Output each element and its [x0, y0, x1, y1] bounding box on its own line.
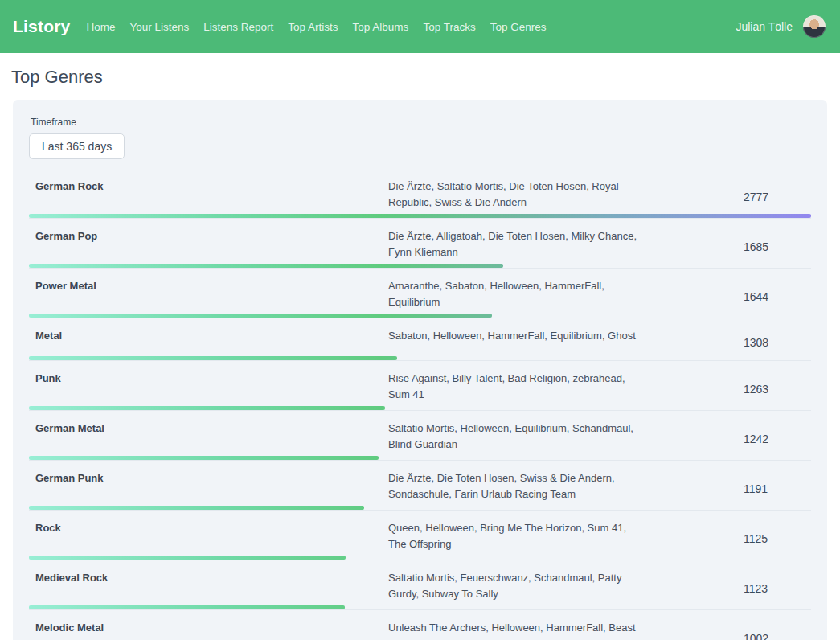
nav-item-top-albums[interactable]: Top Albums [353, 21, 409, 33]
genre-artists: Queen, Helloween, Bring Me The Horizon, … [388, 520, 637, 560]
genre-progress-fill [29, 456, 379, 460]
app-logo[interactable]: Listory [13, 17, 70, 36]
user-avatar[interactable] [803, 15, 826, 38]
genre-artists: Die Ärzte, Die Toten Hosen, Swiss & Die … [388, 470, 637, 510]
genre-row: German Metal Saltatio Mortis, Helloween,… [29, 411, 811, 461]
nav-item-listens-report[interactable]: Listens Report [203, 21, 273, 33]
genre-artists: Amaranthe, Sabaton, Helloween, HammerFal… [388, 278, 637, 318]
genre-row: German Pop Die Ärzte, Alligatoah, Die To… [29, 219, 811, 269]
genre-name: Medieval Rock [29, 570, 388, 609]
user-name: Julian Tölle [736, 20, 793, 33]
nav-item-your-listens[interactable]: Your Listens [129, 21, 189, 33]
genre-artists: Saltatio Mortis, Helloween, Equilibrium,… [388, 421, 637, 460]
genre-progress-fill [29, 214, 811, 218]
genre-progress-bar [29, 456, 379, 460]
genre-artists: Sabaton, Helloween, HammerFall, Equilibr… [388, 328, 637, 360]
genre-progress-fill [29, 406, 385, 410]
nav-item-home[interactable]: Home [86, 21, 115, 33]
genre-name: Metal [29, 328, 388, 360]
genres-table: German Rock Die Ärzte, Saltatio Mortis, … [29, 169, 811, 640]
genre-progress-bar [29, 314, 492, 318]
nav-item-top-tracks[interactable]: Top Tracks [423, 21, 475, 33]
nav-items: HomeYour ListensListens ReportTop Artist… [86, 21, 546, 33]
genre-progress-fill [29, 264, 503, 268]
nav-item-top-genres[interactable]: Top Genres [490, 21, 547, 33]
genre-row: German Rock Die Ärzte, Saltatio Mortis, … [29, 169, 811, 219]
genre-count: 1685 [744, 240, 811, 256]
genre-progress-bar [29, 556, 346, 560]
genre-row: Power Metal Amaranthe, Sabaton, Hellowee… [29, 269, 811, 318]
genre-progress-fill [29, 356, 397, 360]
top-navbar: Listory HomeYour ListensListens ReportTo… [0, 0, 840, 53]
genre-artists: Die Ärzte, Alligatoah, Die Toten Hosen, … [388, 228, 637, 268]
genre-name: German Metal [29, 421, 388, 460]
genre-name: German Pop [29, 228, 388, 268]
timeframe-select[interactable]: Last 365 days [29, 133, 125, 159]
genre-name: Melodic Metal [29, 620, 388, 640]
genre-progress-bar [29, 264, 503, 268]
genre-count: 1242 [744, 433, 811, 449]
timeframe-label: Timeframe [31, 117, 811, 128]
main-content: Top Genres Timeframe Last 365 days Germa… [0, 67, 840, 640]
genre-row: German Punk Die Ärzte, Die Toten Hosen, … [29, 461, 811, 511]
genre-progress-fill [29, 506, 364, 510]
genre-progress-bar [29, 214, 811, 218]
genre-name: German Rock [29, 178, 388, 218]
genre-count: 1263 [744, 383, 811, 399]
genres-card: Timeframe Last 365 days German Rock Die … [13, 100, 827, 640]
genre-progress-bar [29, 406, 385, 410]
genre-progress-fill [29, 605, 345, 609]
genre-name: German Punk [29, 470, 388, 510]
genre-count: 2777 [744, 191, 811, 207]
nav-item-top-artists[interactable]: Top Artists [288, 21, 338, 33]
genre-progress-fill [29, 556, 346, 560]
genre-row: Melodic Metal Unleash The Archers, Hello… [29, 610, 811, 640]
genre-count: 1123 [744, 582, 811, 598]
genre-name: Punk [29, 371, 388, 410]
genre-row: Rock Queen, Helloween, Bring Me The Hori… [29, 511, 811, 560]
genre-count: 1191 [744, 482, 811, 498]
genre-progress-bar [29, 506, 364, 510]
genre-progress-bar [29, 605, 345, 609]
genre-count: 1644 [744, 290, 811, 306]
genre-row: Medieval Rock Saltatio Mortis, Feuerschw… [29, 560, 811, 610]
genre-count: 1308 [744, 336, 811, 352]
genre-count: 1125 [744, 532, 811, 548]
genre-progress-fill [29, 314, 492, 318]
genre-artists: Unleash The Archers, Helloween, HammerFa… [388, 620, 637, 640]
genre-artists: Rise Against, Billy Talent, Bad Religion… [388, 371, 637, 410]
genre-row: Metal Sabaton, Helloween, HammerFall, Eq… [29, 318, 811, 361]
page-title: Top Genres [11, 67, 840, 88]
genre-artists: Die Ärzte, Saltatio Mortis, Die Toten Ho… [388, 178, 637, 218]
genre-artists: Saltatio Mortis, Feuerschwanz, Schandmau… [388, 570, 637, 609]
genre-name: Power Metal [29, 278, 388, 318]
genre-name: Rock [29, 520, 388, 560]
genre-progress-bar [29, 356, 397, 360]
genre-count: 1002 [744, 632, 811, 640]
genre-row: Punk Rise Against, Billy Talent, Bad Rel… [29, 361, 811, 411]
